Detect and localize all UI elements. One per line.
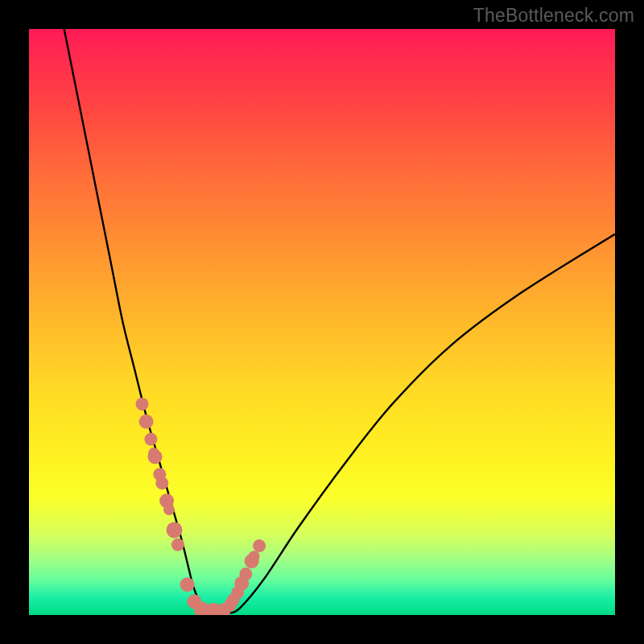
marker-dot [167,522,183,538]
bottleneck-curve [64,29,615,614]
plot-area [29,29,615,615]
marker-dot [253,539,266,552]
marker-dot [163,504,175,515]
marker-cluster [136,398,266,615]
chart-svg [29,29,615,615]
marker-dot [155,477,168,489]
watermark-text: TheBottleneck.com [473,5,634,27]
marker-dot [136,398,149,411]
marker-dot [148,448,159,459]
marker-dot [171,539,184,551]
marker-dot [144,433,157,446]
marker-dot [239,568,252,580]
marker-dot [139,415,154,429]
marker-dot [249,551,260,562]
marker-dot [180,577,195,592]
